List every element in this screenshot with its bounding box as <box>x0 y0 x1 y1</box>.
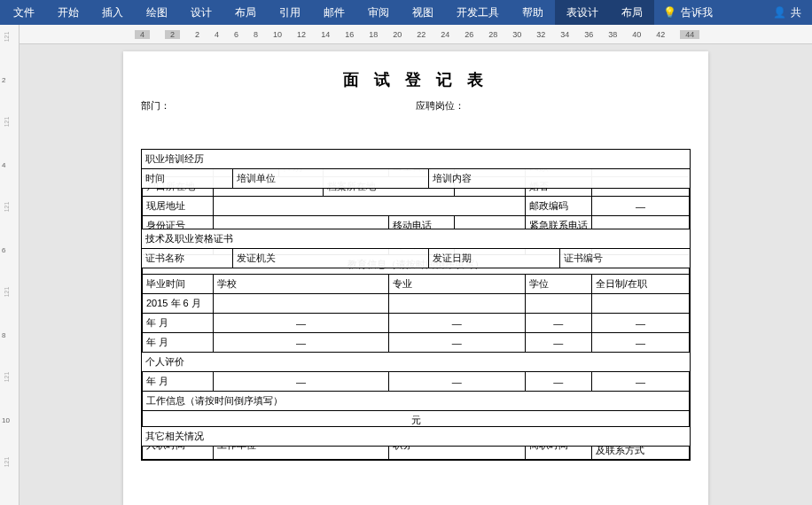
hruler-tick: 6 <box>234 30 238 39</box>
bulb-icon: 💡 <box>663 6 676 19</box>
vruler-tick: 8 <box>2 331 5 339</box>
hruler-tick: 38 <box>608 30 617 39</box>
tab-mail[interactable]: 邮件 <box>312 0 356 25</box>
tab-insert[interactable]: 插入 <box>90 0 135 25</box>
vruler-tick: 2 <box>2 76 5 84</box>
hruler-tick: 12 <box>297 30 306 39</box>
document-area: 4224681012141618202224262830323436384042… <box>20 25 812 505</box>
sec3-hdr: 个人评价 <box>142 353 691 372</box>
hruler-tick: 44 <box>680 30 699 39</box>
vruler-tick: 121 <box>4 372 10 383</box>
hruler-tick: 20 <box>393 30 402 39</box>
tab-home[interactable]: 开始 <box>46 0 90 25</box>
person-icon: 👤 <box>773 6 786 19</box>
vruler-tick: 121 <box>4 457 10 468</box>
dept-label: 部门： <box>141 99 416 113</box>
hruler-tick: 2 <box>165 30 180 39</box>
tab-file[interactable]: 文件 <box>2 0 46 25</box>
share-label: 共 <box>791 5 801 20</box>
hruler-tick: 2 <box>195 30 199 39</box>
sec1-hdr: 职业培训经历 <box>142 150 691 169</box>
tab-view[interactable]: 视图 <box>401 0 445 25</box>
canvas[interactable]: 面 试 登 记 表 部门： 应聘岗位： 姓名 性别 出生日期 <box>20 44 812 505</box>
form-front-layer: 职业培训经历 时间 培训单位 培训内容 技术及职业资格证书 证书名称 发证机关 … <box>141 149 691 447</box>
hruler-tick: 24 <box>441 30 449 39</box>
vruler-tick: 121 <box>4 117 10 128</box>
hruler-tick: 30 <box>512 30 521 39</box>
page[interactable]: 面 试 登 记 表 部门： 应聘岗位： 姓名 性别 出生日期 <box>123 51 708 505</box>
hruler-tick: 26 <box>465 30 473 39</box>
doc-title: 面 试 登 记 表 <box>141 69 691 90</box>
hruler-tick: 34 <box>560 30 569 39</box>
vruler-tick: 4 <box>2 161 5 169</box>
tab-review[interactable]: 审阅 <box>356 0 401 25</box>
vruler-tick: 121 <box>4 32 10 43</box>
share[interactable]: 👤共 <box>764 5 810 20</box>
sec2-hdr: 技术及职业资格证书 <box>142 229 691 249</box>
sec1-cols: 时间 培训单位 培训内容 <box>142 169 691 189</box>
hruler-tick: 32 <box>536 30 545 39</box>
tab-devtools[interactable]: 开发工具 <box>445 0 511 25</box>
vruler-tick: 121 <box>4 202 10 213</box>
hruler-tick: 14 <box>321 30 330 39</box>
vruler-tick: 10 <box>2 416 10 424</box>
tab-references[interactable]: 引用 <box>268 0 312 25</box>
horizontal-ruler: 4224681012141618202224262830323436384042… <box>20 25 812 44</box>
vertical-ruler: 121212141216121812110121 <box>0 25 20 505</box>
hruler-tick: 36 <box>584 30 593 39</box>
hruler-tick: 18 <box>369 30 378 39</box>
post-label: 应聘岗位： <box>416 99 691 113</box>
vruler-tick: 6 <box>2 246 5 254</box>
hruler-tick: 28 <box>488 30 497 39</box>
vruler-tick: 121 <box>4 287 10 298</box>
sec2-cols: 证书名称 发证机关 发证日期 证书编号 <box>142 249 691 268</box>
ribbon: 文件 开始 插入 绘图 设计 布局 引用 邮件 审阅 视图 开发工具 帮助 表设… <box>0 0 812 25</box>
overlay-table: 职业培训经历 时间 培训单位 培训内容 技术及职业资格证书 证书名称 发证机关 … <box>141 149 691 447</box>
workspace: 121212141216121812110121 422468101214161… <box>0 25 812 505</box>
tab-table-layout[interactable]: 布局 <box>610 0 654 25</box>
tell-me[interactable]: 💡告诉我 <box>654 5 722 20</box>
tab-layout[interactable]: 布局 <box>223 0 268 25</box>
sec4-hdr: 其它相关情况 <box>142 427 691 447</box>
hruler-tick: 40 <box>632 30 641 39</box>
hruler-tick: 8 <box>254 30 258 39</box>
hruler-tick: 4 <box>215 30 219 39</box>
tab-help[interactable]: 帮助 <box>511 0 555 25</box>
tab-table-design[interactable]: 表设计 <box>555 0 610 25</box>
tab-design[interactable]: 设计 <box>179 0 223 25</box>
meta-row: 部门： 应聘岗位： <box>141 99 691 113</box>
hruler-tick: 22 <box>417 30 426 39</box>
hruler-tick: 4 <box>135 30 150 39</box>
hruler-tick: 42 <box>656 30 665 39</box>
hruler-tick: 16 <box>345 30 354 39</box>
hruler-tick: 10 <box>273 30 282 39</box>
tab-draw[interactable]: 绘图 <box>135 0 179 25</box>
tell-me-label: 告诉我 <box>681 5 713 20</box>
